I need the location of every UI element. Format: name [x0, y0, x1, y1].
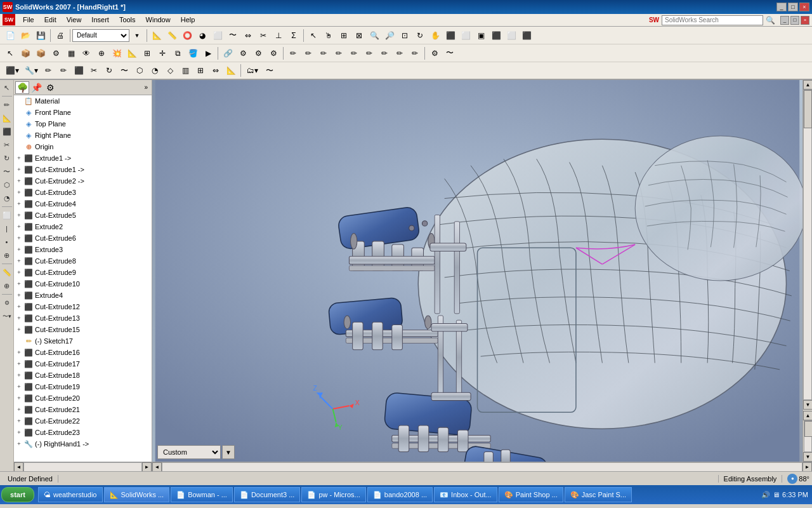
tree-item-30[interactable]: +🔧(-) RightHand1 ->	[14, 438, 152, 450]
tree-item-5[interactable]: +⬛Extrude1 ->	[14, 152, 152, 164]
panel-expand-arrow[interactable]: »	[141, 84, 150, 91]
view-dropdown-arrow[interactable]: ▼	[222, 445, 235, 459]
tree-scroll-thumb[interactable]	[804, 421, 813, 437]
tb-zoom-out[interactable]: 🔎	[383, 29, 396, 43]
tb3-wrapup[interactable]: 〜	[263, 64, 277, 77]
start-button[interactable]: start	[1, 487, 34, 502]
tb3-extrude[interactable]: ⬛	[72, 64, 86, 77]
tb2-align[interactable]: ⊞	[140, 46, 154, 60]
tb-view1[interactable]: ⬛	[443, 29, 457, 43]
tree-item-10[interactable]: +⬛Cut-Extrude5	[14, 210, 152, 221]
tab-feature-manager[interactable]: 🌳	[15, 81, 29, 94]
tree-item-2[interactable]: ◈Top Plane	[14, 118, 152, 130]
ltb-loft[interactable]: ⬡	[1, 178, 13, 191]
ltb-measure[interactable]: 📏	[1, 266, 13, 279]
scroll-up-arrow[interactable]: ▲	[803, 80, 812, 90]
ltb-3dsketch[interactable]: 📐	[1, 112, 13, 124]
ltb-ref-point[interactable]: •	[1, 236, 13, 248]
menu-item-window[interactable]: Window	[141, 15, 176, 25]
menu-item-view[interactable]: View	[62, 15, 87, 25]
tb-open[interactable]: 📂	[18, 29, 32, 43]
tb-relations[interactable]: ⊥	[272, 29, 285, 43]
tb2-settings[interactable]: ⚙	[236, 46, 250, 60]
ltb-sweep[interactable]: 〜	[1, 165, 13, 178]
tb3-layers[interactable]: 🗂▾	[244, 64, 261, 77]
tb-rect[interactable]: ⬜	[211, 29, 225, 43]
taskbar-bando[interactable]: 📄 bando2008 ...	[367, 487, 433, 502]
tb-select4[interactable]: ⊠	[352, 29, 366, 43]
tree-item-17[interactable]: +⬛Extrude4	[14, 290, 152, 301]
tb2-sketch-tool3[interactable]: ✏	[317, 46, 331, 60]
tb2-mate[interactable]: ⚙	[49, 46, 63, 60]
menu-item-file[interactable]: File	[18, 15, 39, 25]
tree-item-24[interactable]: +⬛Cut-Extrude18	[14, 370, 152, 381]
tb-save[interactable]: 💾	[34, 29, 48, 43]
taskbar-bowman[interactable]: 📄 Bowman - ...	[171, 487, 233, 502]
tree-item-20[interactable]: +⬛Cut-Extrude15	[14, 324, 152, 335]
config-select[interactable]: Default	[72, 29, 129, 42]
tree-item-12[interactable]: +⬛Cut-Extrude6	[14, 232, 152, 244]
tb3-chamfer[interactable]: ◇	[163, 64, 177, 77]
ltb-extrude[interactable]: ⬛	[1, 125, 13, 138]
tab-property-manager[interactable]: 📌	[29, 81, 43, 94]
tree-item-6[interactable]: +⬛Cut-Extrude1 ->	[14, 164, 152, 175]
tb2-colorbucket[interactable]: 🪣	[186, 46, 200, 60]
tb-select3[interactable]: ⊞	[337, 29, 351, 43]
taskbar-inbox[interactable]: 📧 Inbox - Out...	[434, 487, 497, 502]
tb2-sketch-tool7[interactable]: ✏	[377, 46, 391, 60]
tb2-select[interactable]: ↖	[3, 46, 17, 60]
tree-scroll-up[interactable]: ▲	[803, 411, 812, 420]
tb3-cut[interactable]: ✂	[87, 64, 101, 77]
taskbar-solidworks[interactable]: 📐 SolidWorks ...	[104, 487, 170, 502]
tb2-sketch-tool4[interactable]: ✏	[332, 46, 346, 60]
tb2-options[interactable]: ⚙	[428, 46, 442, 60]
tb-circle[interactable]: ⭕	[180, 29, 194, 43]
tree-item-13[interactable]: +⬛Extrude3	[14, 244, 152, 255]
minimize-button[interactable]: _	[776, 3, 787, 11]
taskbar-document3[interactable]: 📄 Document3 ...	[234, 487, 300, 502]
taskbar-weatherstudio[interactable]: 🌤 weatherstudio	[38, 487, 103, 502]
ltb-fillet[interactable]: ◔	[1, 192, 13, 204]
scroll-thumb[interactable]	[804, 90, 812, 128]
tree-item-19[interactable]: +⬛Cut-Extrude13	[14, 312, 152, 324]
tb-select1[interactable]: ↖	[306, 29, 320, 43]
tree-scroll-down[interactable]: ▼	[803, 452, 812, 462]
tb2-ref-geom[interactable]: 📐	[125, 46, 139, 60]
tb2-sketch-tool[interactable]: ✏	[286, 46, 300, 60]
tb2-config2[interactable]: ⚙	[251, 46, 265, 60]
volume-icon[interactable]: 🔊	[761, 491, 770, 499]
scroll-down-arrow[interactable]: ▼	[803, 400, 812, 410]
tb2-hide[interactable]: 👁	[79, 46, 93, 60]
tb3-fillet[interactable]: ◔	[148, 64, 162, 77]
app-minimize-button[interactable]: _	[780, 16, 789, 25]
tab-config-manager[interactable]: ⚙	[43, 81, 57, 94]
tree-item-7[interactable]: +⬛Cut-Extrude2 ->	[14, 175, 152, 187]
tb-pan[interactable]: ✋	[428, 29, 442, 43]
tb-mirror[interactable]: ⇔	[241, 29, 255, 43]
tb3-pattern[interactable]: ⊞	[193, 64, 207, 77]
tb3-mirror2[interactable]: ⇔	[209, 64, 223, 77]
menu-item-tools[interactable]: Tools	[114, 15, 141, 25]
tb-config-arrow[interactable]: ▼	[130, 29, 144, 43]
tb2-move[interactable]: ✛	[155, 46, 169, 60]
tb3-sketch[interactable]: ✏	[41, 64, 55, 77]
tree-item-28[interactable]: +⬛Cut-Extrude22	[14, 415, 152, 427]
tb2-copy[interactable]: ⧉	[171, 46, 185, 60]
ltb-spline[interactable]: 〜▾	[1, 310, 13, 323]
tree-item-9[interactable]: +⬛Cut-Extrude4	[14, 198, 152, 210]
menu-item-edit[interactable]: Edit	[39, 15, 62, 25]
menu-item-insert[interactable]: Insert	[86, 15, 114, 25]
ltb-ref-plane[interactable]: ⬜	[1, 209, 13, 222]
tree-item-27[interactable]: +⬛Cut-Extrude21	[14, 404, 152, 415]
tb-line[interactable]: 📏	[165, 29, 179, 43]
tree-item-0[interactable]: 📋Material	[14, 95, 152, 107]
tb2-spline[interactable]: 〜	[443, 46, 457, 60]
tb2-section[interactable]: ⊕	[95, 46, 108, 60]
app-restore-button[interactable]: □	[790, 16, 799, 25]
tb-view6[interactable]: ⬛	[520, 29, 534, 43]
tb2-sketch-tool6[interactable]: ✏	[362, 46, 376, 60]
tb2-explode[interactable]: 💥	[110, 46, 124, 60]
tb-zoom-fit[interactable]: ⊡	[398, 29, 412, 43]
h-scroll-right[interactable]: ►	[802, 462, 812, 472]
tree-item-3[interactable]: ◈Right Plane	[14, 130, 152, 141]
